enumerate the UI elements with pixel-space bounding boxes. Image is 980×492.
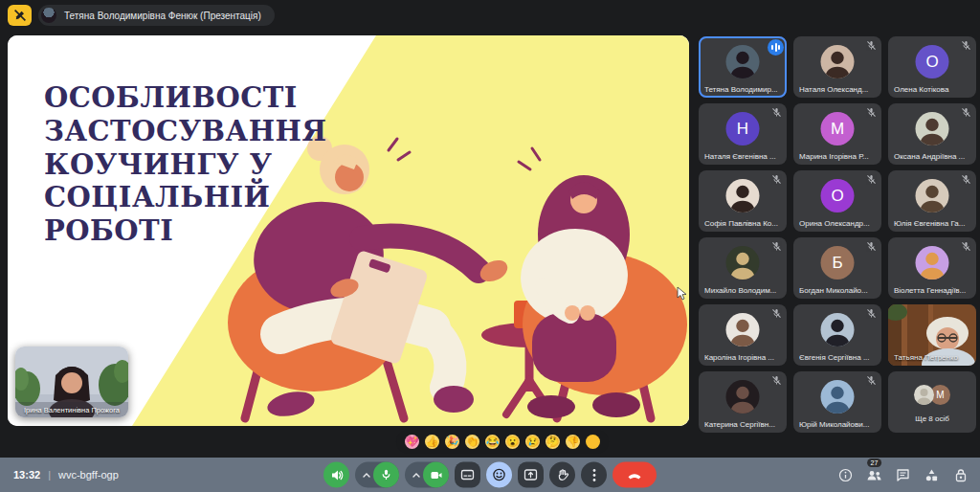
chat-button[interactable]	[895, 467, 911, 483]
participant-name: Кароліна Ігорівна ...	[704, 353, 783, 362]
person-silhouette	[726, 313, 760, 347]
present-button[interactable]	[518, 462, 544, 488]
participant-tile[interactable]: Оксана Андріївна ...	[888, 103, 976, 165]
top-bar: Тетяна Володимирівна Фенюк (Презентація)	[0, 0, 980, 31]
participant-tile[interactable]: О Олена Котікова	[888, 36, 976, 98]
participant-tile[interactable]: Н Наталя Євгенівна ...	[699, 103, 787, 165]
participant-tile[interactable]: О Орина Олександр...	[793, 170, 881, 232]
camera-icon	[430, 468, 443, 481]
avatar	[821, 313, 855, 347]
participant-tile[interactable]: Євгенія Сергіївна ...	[793, 304, 881, 366]
reaction-thinking-face[interactable]: 🤔	[546, 435, 560, 449]
overflow-participants-tile[interactable]: М Ще 8 осіб	[888, 371, 976, 433]
avatar	[726, 45, 760, 78]
participant-tile[interactable]: Катерина Сергіївн...	[699, 371, 787, 433]
participant-tile[interactable]: Юрій Миколайови...	[793, 371, 881, 433]
lock-icon	[954, 468, 968, 482]
reaction-party-popper[interactable]: 🎉	[445, 435, 459, 449]
captions-button[interactable]	[455, 462, 480, 488]
participant-name: Оксана Андріївна ...	[894, 152, 972, 161]
participant-tile[interactable]: Б Богдан Миколайо...	[793, 237, 881, 299]
participant-tile[interactable]: Кароліна Ігорівна ...	[699, 304, 787, 366]
meeting-info: 13:32 | wvc-bgff-ogp	[13, 458, 119, 492]
participant-tile[interactable]: М Марина Ігорівна Р...	[793, 103, 881, 165]
reaction-face-tears-of-joy[interactable]: 😂	[485, 435, 500, 449]
raise-hand-button[interactable]	[549, 462, 575, 488]
participant-tile[interactable]: Тетяна Володимир...	[699, 36, 787, 98]
person-silhouette	[726, 380, 760, 414]
presenter-name: Тетяна Володимирівна Фенюк (Презентація)	[64, 11, 261, 21]
participant-name: Юрій Миколайови...	[799, 420, 878, 429]
participant-name: Катерина Сергіївн...	[704, 420, 783, 429]
reaction-crying-face[interactable]: 😢	[525, 435, 540, 449]
meet-window: Тетяна Володимирівна Фенюк (Презентація)	[0, 0, 980, 492]
participant-name: Софія Павлівна Ко...	[704, 219, 783, 228]
skin-tone-selector[interactable]	[586, 435, 600, 449]
chevron-up-icon[interactable]	[362, 470, 371, 480]
camera-button[interactable]	[423, 462, 449, 488]
avatar	[821, 380, 855, 414]
person-silhouette	[916, 112, 949, 145]
mic-off-icon	[771, 174, 782, 185]
mic-off-icon	[771, 375, 782, 386]
meeting-details-button[interactable]	[837, 467, 854, 483]
camera-control-group	[405, 462, 449, 488]
participants-panel: Тетяна Володимир... Наталя Олександ... О…	[699, 36, 976, 433]
participant-name: Віолетта Геннадіїв...	[894, 286, 972, 295]
divider: |	[48, 469, 51, 481]
reaction-astonished-face[interactable]: 😮	[505, 435, 520, 449]
end-call-button[interactable]	[612, 462, 657, 488]
self-view-tile[interactable]: Ірина Валентинівна Прожога	[15, 347, 128, 417]
chevron-up-icon[interactable]	[412, 470, 421, 480]
participant-tile[interactable]: Татьяна Петренко	[888, 304, 976, 366]
reactions-button[interactable]	[486, 462, 512, 488]
activities-button[interactable]	[924, 467, 940, 483]
more-options-button[interactable]	[581, 462, 607, 488]
reaction-thumbs-down[interactable]: 👎	[566, 435, 580, 449]
avatar: Н	[726, 112, 760, 145]
overflow-avatars: М	[914, 385, 950, 405]
participant-name: Марина Ігорівна Р...	[799, 152, 878, 161]
person-silhouette	[916, 179, 949, 212]
meeting-code: wvc-bgff-ogp	[58, 469, 119, 481]
mic-off-icon	[866, 174, 877, 185]
avatar	[821, 45, 855, 78]
avatar	[916, 179, 949, 212]
participant-tile[interactable]: Юлія Євгенівна Га...	[888, 170, 976, 232]
pen-disabled-icon	[13, 9, 27, 22]
person-silhouette	[916, 246, 949, 280]
participant-name: Богдан Миколайо...	[799, 286, 878, 295]
participant-tile[interactable]: Наталя Олександ...	[793, 36, 881, 98]
host-controls-button[interactable]	[952, 467, 969, 483]
participant-name: Татьяна Петренко	[894, 353, 972, 362]
slide-title: ОСОБЛИВОСТІ ЗАСТОСУВАННЯ КОУЧИНГУ У СОЦІ…	[44, 81, 360, 248]
reaction-clapping-hands[interactable]: 👏	[465, 435, 479, 449]
volume-button[interactable]	[323, 462, 349, 488]
participant-tile[interactable]: Софія Павлівна Ко...	[699, 170, 787, 232]
overflow-count-label: Ще 8 осіб	[888, 414, 976, 423]
person-silhouette	[726, 179, 760, 212]
participant-tile[interactable]: Михайло Володим...	[699, 237, 787, 299]
activities-shapes-icon	[924, 468, 939, 482]
end-call-icon	[627, 467, 642, 482]
participant-name: Орина Олександр...	[799, 219, 878, 228]
presenter-pill[interactable]: Тетяна Володимирівна Фенюк (Презентація)	[38, 5, 275, 26]
mic-button[interactable]	[373, 462, 399, 488]
presentation-mode-button[interactable]	[8, 5, 32, 26]
person-silhouette	[726, 246, 760, 280]
reaction-sparkling-heart[interactable]: 💖	[405, 435, 419, 449]
hand-icon	[556, 468, 569, 481]
participant-tile[interactable]: Віолетта Геннадіїв...	[888, 237, 976, 299]
avatar	[726, 179, 760, 212]
mic-off-icon	[866, 241, 877, 252]
reaction-thumbs-up[interactable]: 👍	[425, 435, 439, 449]
participant-name: Тетяна Володимир...	[704, 85, 783, 94]
mic-icon	[380, 469, 392, 481]
person-silhouette	[821, 313, 855, 347]
mic-off-icon	[771, 308, 782, 319]
people-button[interactable]: 27	[866, 467, 882, 483]
mic-off-icon	[961, 40, 971, 51]
mic-off-icon	[771, 107, 782, 118]
reactions-bar: 💖 👍 🎉 👏 😂 😮 😢 🤔 👎	[396, 430, 609, 454]
captions-icon	[460, 468, 475, 482]
